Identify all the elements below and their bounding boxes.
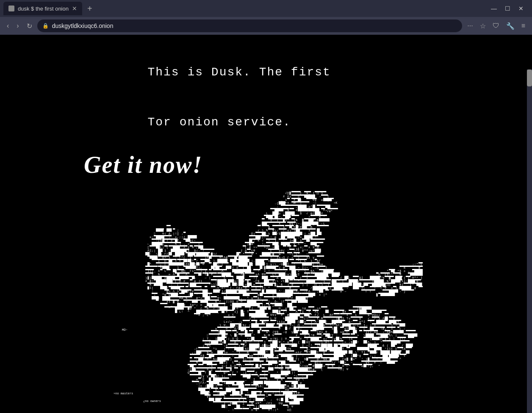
ascii-art	[84, 191, 423, 411]
new-tab-button[interactable]: +	[84, 2, 96, 15]
headline-text: This is Dusk. The first Tor onion servic…	[84, 47, 448, 147]
forward-button[interactable]: ›	[14, 20, 21, 31]
window-controls: — ☐ ✕	[490, 5, 529, 12]
page-body: This is Dusk. The first Tor onion servic…	[75, 35, 457, 413]
address-bar[interactable]	[52, 22, 457, 29]
cta-heading: Get it now!	[84, 151, 448, 178]
tab-title: dusk $ the first onion	[18, 6, 69, 12]
webpage-content: This is Dusk. The first Tor onion servic…	[0, 35, 532, 413]
shield-icon: 🛡	[490, 20, 502, 32]
close-button[interactable]: ✕	[517, 5, 525, 12]
title-bar: dusk $ the first onion ✕ + — ☐ ✕	[0, 0, 532, 17]
bookmark-button[interactable]: ☆	[477, 20, 488, 32]
security-lock-icon: 🔒	[42, 23, 49, 29]
scrollbar-track	[527, 69, 532, 413]
browser-tab[interactable]: dusk $ the first onion ✕	[3, 2, 82, 15]
browser-window: dusk $ the first onion ✕ + — ☐ ✕ ‹ › ↻ 🔒…	[0, 0, 532, 413]
minimize-button[interactable]: —	[490, 5, 498, 12]
hamburger-menu-button[interactable]: ≡	[519, 20, 528, 32]
menu-dots-button[interactable]: ···	[465, 20, 475, 32]
back-button[interactable]: ‹	[4, 20, 11, 31]
extensions-icon: 🔧	[504, 20, 517, 32]
tab-close-button[interactable]: ✕	[72, 5, 77, 12]
maximize-button[interactable]: ☐	[503, 5, 512, 12]
nav-actions: ··· ☆ 🛡 🔧 ≡	[465, 20, 528, 32]
scrollbar-thumb[interactable]	[527, 69, 532, 86]
navigation-bar: ‹ › ↻ 🔒 ··· ☆ 🛡 🔧 ≡	[0, 17, 532, 35]
tab-favicon	[8, 6, 14, 11]
refresh-button[interactable]: ↻	[24, 20, 35, 32]
address-bar-container[interactable]: 🔒	[37, 19, 463, 32]
